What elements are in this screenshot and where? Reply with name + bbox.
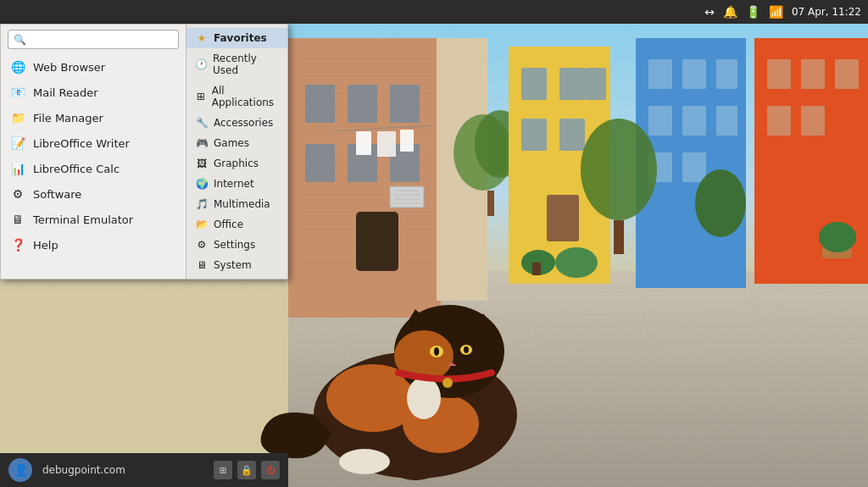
libreoffice-calc-label: LibreOffice Calc: [33, 163, 120, 175]
category-internet[interactable]: 🌍 Internet: [186, 174, 287, 194]
svg-point-73: [695, 169, 746, 237]
help-icon: ❓: [9, 236, 26, 253]
favorites-icon: ★: [195, 32, 209, 44]
svg-rect-63: [716, 106, 737, 136]
accessories-label: Accessories: [214, 117, 273, 129]
mail-reader-label: Mail Reader: [33, 86, 98, 99]
mail-reader-icon: 📧: [9, 84, 26, 101]
svg-point-90: [442, 378, 453, 388]
category-multimedia[interactable]: 🎵 Multimedia: [186, 194, 287, 214]
search-bar[interactable]: 🔍: [8, 30, 179, 49]
svg-rect-42: [400, 130, 414, 152]
svg-point-55: [555, 247, 598, 278]
bottom-panel: 👤 debugpoint.com ⊞ 🔒 ⏻: [0, 453, 288, 487]
menu-item-web-browser[interactable]: 🌐 Web Browser: [1, 54, 186, 80]
menu-right-panel: ★ Favorites 🕐 Recently Used ⊞ All Applic…: [186, 24, 288, 279]
menu-left-panel: 🔍 🌐 Web Browser 📧 Mail Reader 📁 File Man…: [0, 24, 186, 279]
svg-rect-67: [767, 59, 791, 89]
taskbar-right: ↔ 🔔 🔋 📶 07 Apr, 11:22: [704, 5, 861, 19]
menu-item-help[interactable]: ❓ Help: [1, 232, 186, 257]
category-office[interactable]: 📂 Office: [186, 214, 287, 235]
category-favorites[interactable]: ★ Favorites: [186, 28, 287, 48]
svg-rect-68: [801, 59, 825, 89]
office-icon: 📂: [195, 219, 209, 230]
graphics-label: Graphics: [214, 158, 259, 169]
menu-item-libreoffice-calc[interactable]: 📊 LibreOffice Calc: [1, 156, 186, 181]
libreoffice-writer-icon: 📝: [9, 135, 26, 152]
svg-point-72: [581, 119, 657, 220]
svg-rect-46: [487, 191, 494, 216]
svg-rect-28: [348, 85, 377, 123]
multimedia-label: Multimedia: [214, 198, 270, 210]
office-label: Office: [214, 219, 243, 230]
svg-rect-71: [801, 106, 825, 136]
category-all-applications[interactable]: ⊞ All Applications: [186, 80, 287, 113]
recently-used-label: Recently Used: [213, 53, 279, 76]
svg-rect-33: [356, 212, 398, 271]
menu-item-libreoffice-writer[interactable]: 📝 LibreOffice Writer: [1, 130, 186, 156]
svg-rect-74: [614, 220, 624, 254]
category-recently-used[interactable]: 🕐 Recently Used: [186, 48, 287, 80]
svg-rect-65: [682, 152, 706, 182]
web-browser-label: Web Browser: [33, 61, 105, 74]
category-graphics[interactable]: 🖼 Graphics: [186, 153, 287, 174]
games-label: Games: [214, 137, 249, 149]
svg-point-92: [394, 460, 437, 480]
svg-rect-70: [767, 106, 791, 136]
category-games[interactable]: 🎮 Games: [186, 133, 287, 153]
terminal-label: Terminal Emulator: [33, 213, 133, 226]
power-button[interactable]: ⏻: [261, 461, 280, 479]
search-icon: 🔍: [14, 34, 26, 46]
panel-actions: ⊞ 🔒 ⏻: [214, 461, 280, 479]
menu-item-mail-reader[interactable]: 📧 Mail Reader: [1, 80, 186, 105]
svg-rect-30: [305, 144, 335, 182]
svg-rect-58: [648, 59, 672, 89]
svg-rect-48: [521, 68, 547, 100]
category-accessories[interactable]: 🔧 Accessories: [186, 113, 287, 133]
internet-label: Internet: [214, 178, 254, 190]
multimedia-icon: 🎵: [195, 198, 209, 210]
svg-rect-69: [835, 59, 859, 89]
games-icon: 🎮: [195, 137, 209, 149]
svg-rect-27: [305, 85, 335, 123]
system-icon: 🖥: [195, 259, 209, 271]
battery-icon: 🔋: [746, 5, 760, 19]
svg-rect-34: [390, 186, 424, 208]
system-label: System: [214, 259, 252, 271]
category-system[interactable]: 🖥 System: [186, 255, 287, 275]
libreoffice-writer-label: LibreOffice Writer: [33, 137, 130, 150]
taskbar: ↔ 🔔 🔋 📶 07 Apr, 11:22: [0, 0, 868, 24]
category-settings[interactable]: ⚙ Settings: [186, 235, 287, 255]
lock-button[interactable]: 🔒: [237, 461, 256, 479]
svg-point-87: [464, 346, 469, 353]
svg-rect-29: [390, 85, 420, 123]
menu-item-software[interactable]: ⚙ Software: [1, 181, 186, 207]
favorites-label: Favorites: [214, 32, 267, 44]
help-label: Help: [33, 239, 58, 252]
svg-rect-56: [532, 263, 541, 275]
accessories-icon: 🔧: [195, 117, 209, 129]
all-apps-icon: ⊞: [195, 91, 207, 102]
settings-label: Settings: [214, 239, 255, 251]
web-browser-icon: 🌐: [9, 58, 26, 75]
software-icon: ⚙: [9, 185, 26, 202]
screen-button[interactable]: ⊞: [214, 461, 232, 479]
username-label: debugpoint.com: [42, 464, 203, 476]
software-label: Software: [33, 188, 81, 201]
menu-item-terminal[interactable]: 🖥 Terminal Emulator: [1, 207, 186, 232]
search-input[interactable]: [30, 33, 173, 46]
menu-item-file-manager[interactable]: 📁 File Manager: [1, 105, 186, 130]
svg-point-86: [434, 347, 439, 356]
settings-icon: ⚙: [195, 239, 209, 251]
file-manager-icon: 📁: [9, 109, 26, 126]
svg-rect-61: [648, 106, 672, 136]
network-icon: 📶: [769, 5, 783, 19]
svg-rect-53: [547, 195, 579, 241]
bell-icon[interactable]: 🔔: [723, 5, 737, 19]
file-manager-label: File Manager: [33, 112, 103, 125]
svg-point-89: [407, 377, 441, 419]
svg-rect-40: [356, 131, 371, 155]
libreoffice-calc-icon: 📊: [9, 160, 26, 177]
application-menu: 🔍 🌐 Web Browser 📧 Mail Reader 📁 File Man…: [0, 24, 288, 279]
svg-point-76: [819, 222, 856, 252]
